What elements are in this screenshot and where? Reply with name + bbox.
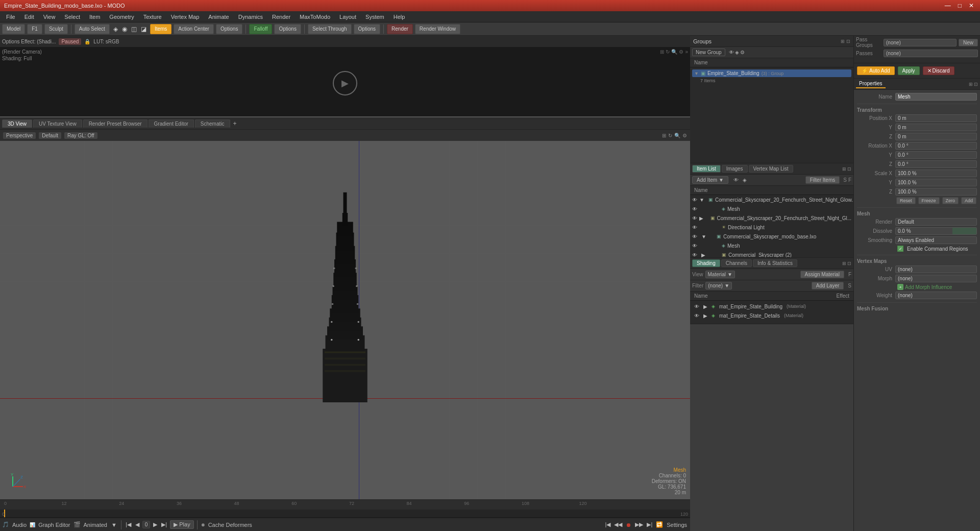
pos-x-value[interactable]: 0 m [895,114,977,122]
pos-z-value[interactable]: 0 m [895,133,977,140]
cache-deformers-button[interactable]: Cache Deformers [207,522,253,528]
tab-channels[interactable]: Channels [721,259,752,267]
add-tab-button[interactable]: + [231,120,239,127]
weight-value[interactable]: (none) [895,292,977,299]
group-icon3-button[interactable]: ⚙ [740,50,745,55]
vp-gear-icon[interactable]: ⚙ [682,133,687,138]
vp-zoom-icon[interactable]: 🔍 [674,133,680,138]
timeline-track[interactable]: 0 120 [0,510,690,518]
add-morph-button[interactable]: + Add Morph Influence [897,284,952,290]
sh-expand-1[interactable]: ▶ [703,313,709,319]
filter-items-button[interactable]: Filter Items [805,176,840,184]
apply-button[interactable]: Apply [898,66,920,75]
add-transform-button[interactable]: Add [961,197,976,204]
animated-button[interactable]: Animated [83,522,108,528]
transport-btn-3[interactable]: ▶▶ [634,521,644,528]
menubar-item-item[interactable]: Item [85,13,104,21]
preview-play-button[interactable]: ▶ [333,71,357,95]
menubar-item-dynamics[interactable]: Dynamics [234,13,267,21]
menubar-item-view[interactable]: View [39,13,60,21]
transport-btn-1[interactable]: |◀ [604,521,612,528]
dissolve-value[interactable]: 0.0 % [895,227,977,235]
tab-vertex-map-list[interactable]: Vertex Map List [749,165,793,173]
menubar-item-edit[interactable]: Edit [20,13,38,21]
next-frame-button[interactable]: ▶ [152,521,158,528]
zero-button[interactable]: Zero [942,197,959,204]
audio-button[interactable]: Audio [11,522,28,528]
smoothing-value[interactable]: Always Enabled [895,236,977,244]
prev-frame-button[interactable]: ◀ [134,521,140,528]
il-row-6[interactable]: 👁 ▶ ▣ Commercial_Skyscraper (2) [690,250,853,257]
new-pass-group-button[interactable]: New [959,39,978,46]
il-row-0[interactable]: 👁 ▼ ▣ Commercial_Skyscraper_20_Fenchurch… [690,195,853,204]
reset-button[interactable]: Reset [896,197,916,204]
loop-button[interactable]: 🔁 [655,521,664,528]
name-value[interactable]: Mesh [895,93,977,101]
assign-material-button[interactable]: Assign Material [800,271,844,278]
transport-btn-4[interactable]: ▶| [646,521,653,528]
mode-icon-1[interactable]: ◈ [112,26,119,33]
group-icon2-button[interactable]: ◈ [735,50,739,55]
group-eye-button[interactable]: 👁 [729,50,734,55]
new-group-button[interactable]: New Group [692,49,725,56]
minimize-button[interactable]: — [943,2,953,9]
menubar-item-animate[interactable]: Animate [204,13,233,21]
auto-select-button[interactable]: Auto Select [75,24,110,34]
menubar-item-texture[interactable]: Texture [139,13,166,21]
il-row-3[interactable]: 👁 ☀ Directional Light [690,223,853,232]
goto-start-button[interactable]: |◀ [125,521,132,528]
il-row-2[interactable]: 👁 ▶ ▣ Commercial_Skyscraper_20_Fenchurch… [690,213,853,223]
render-window-button[interactable]: Render Window [415,24,460,34]
mode-icon-2[interactable]: ◉ [120,26,129,33]
close-button[interactable]: ✕ [967,2,976,9]
tab-properties[interactable]: Properties [856,80,886,88]
settings-button[interactable]: Settings [666,521,688,528]
model-button[interactable]: Model [2,24,25,34]
menubar-item-select[interactable]: Select [60,13,84,21]
options-button[interactable]: Options [216,24,242,34]
maximize-button[interactable]: □ [956,2,964,9]
il-mesh-btn[interactable]: ◈ [741,177,748,183]
graph-editor-button[interactable]: Graph Editor [37,522,71,528]
tab-schematic[interactable]: Schematic [195,119,230,128]
falloff-button[interactable]: Falloff [249,24,272,34]
falloff-options-button[interactable]: Options [274,24,301,34]
render-button[interactable]: Render [387,24,413,34]
tab-images[interactable]: Images [722,165,748,173]
menubar-item-maxtomodo[interactable]: MaxToModo [296,13,334,21]
tab-info-statistics[interactable]: Info & Statistics [753,259,797,267]
uv-value[interactable]: (none) [895,266,977,273]
f1-button[interactable]: F1 [27,24,42,34]
scale-x-value[interactable]: 100.0 % [895,170,977,177]
menubar-item-render[interactable]: Render [268,13,295,21]
il-expand-0[interactable]: ▼ [699,197,704,203]
sh-expand-0[interactable]: ▶ [703,304,709,309]
menubar-item-file[interactable]: File [2,13,19,21]
action-center-button[interactable]: Action Center [174,24,214,34]
tab-shading[interactable]: Shading [692,259,720,267]
il-eye-btn[interactable]: 👁 [732,177,740,183]
view-dropdown[interactable]: Material ▼ [705,271,735,278]
record-button[interactable]: ⏺ [625,521,632,528]
menubar-item-system[interactable]: System [361,13,388,21]
transport-btn-2[interactable]: ◀◀ [613,521,623,528]
mode-icon-3[interactable]: ◫ [130,26,138,33]
scale-z-value[interactable]: 100.0 % [895,188,977,196]
sh-row-0[interactable]: 👁 ▶ ◈ mat_Empire_State_Building (Materia… [692,302,851,311]
rot-x-value[interactable]: 0.0 ° [895,142,977,150]
animated-dropdown[interactable]: ▼ [110,522,118,528]
items-button[interactable]: Items [150,24,172,34]
tab-gradient-editor[interactable]: Gradient Editor [149,119,194,128]
il-row-4[interactable]: 👁 ▼ ▣ Commercial_Skyscraper_modo_base.lx… [690,232,853,241]
tab-uv-texture-view[interactable]: UV Texture View [33,119,82,128]
pass-groups-dropdown[interactable]: (none) [884,39,957,46]
il-expand-2[interactable]: ▶ [699,215,703,221]
vp-expand-icon[interactable]: ⊞ [662,133,666,138]
passes-dropdown[interactable]: (none) [884,50,978,57]
scale-y-value[interactable]: 100.0 % [895,179,977,186]
tab-3d-view[interactable]: 3D View [2,119,32,128]
play-button[interactable]: ▶ Play [170,520,193,529]
pos-y-value[interactable]: 0 m [895,124,977,131]
menubar-item-vertex map[interactable]: Vertex Map [167,13,204,21]
il-expand-4[interactable]: ▼ [701,234,707,239]
